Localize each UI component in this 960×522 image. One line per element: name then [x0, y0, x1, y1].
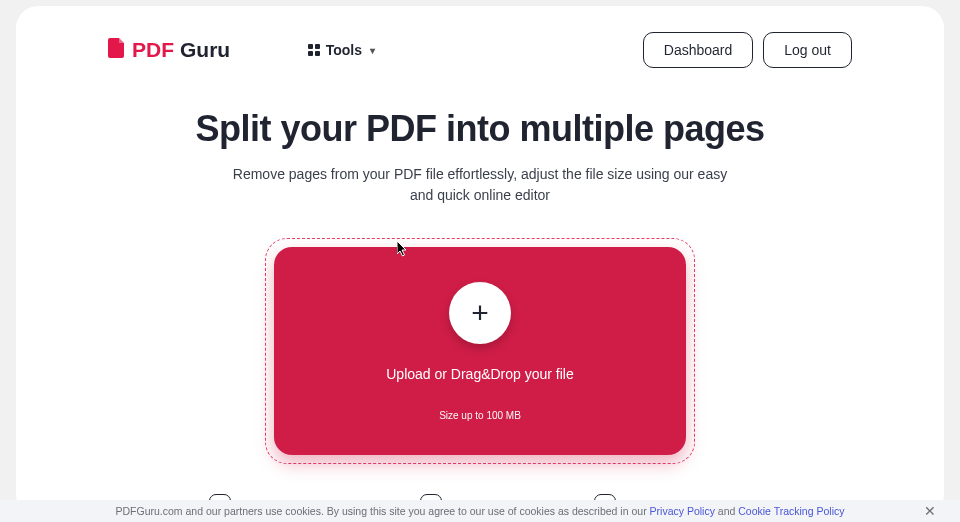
plus-icon: + [449, 282, 511, 344]
header: PDF Guru Tools ▾ Dashboard Log out [16, 6, 944, 68]
upload-dropzone-outline: + Upload or Drag&Drop your file Size up … [265, 238, 695, 464]
dashboard-button[interactable]: Dashboard [643, 32, 754, 68]
upload-label: Upload or Drag&Drop your file [386, 366, 574, 382]
chevron-down-icon: ▾ [370, 45, 375, 56]
file-icon [108, 38, 126, 63]
cookie-and: and [718, 505, 738, 517]
tools-menu[interactable]: Tools ▾ [308, 42, 375, 58]
hero: Split your PDF into multiple pages Remov… [16, 108, 944, 206]
logout-button[interactable]: Log out [763, 32, 852, 68]
cookie-banner: PDFGuru.com and our partners use cookies… [0, 500, 960, 522]
grid-icon [308, 44, 320, 56]
page-title: Split your PDF into multiple pages [16, 108, 944, 150]
cookie-text: PDFGuru.com and our partners use cookies… [116, 505, 650, 517]
upload-size-hint: Size up to 100 MB [439, 410, 521, 421]
close-icon[interactable]: ✕ [924, 503, 936, 519]
cookie-tracking-link[interactable]: Cookie Tracking Policy [738, 505, 844, 517]
tools-label: Tools [326, 42, 362, 58]
privacy-policy-link[interactable]: Privacy Policy [650, 505, 715, 517]
logo-text-pdf: PDF [132, 38, 174, 62]
logo[interactable]: PDF Guru [108, 38, 230, 63]
logo-text-guru: Guru [180, 38, 230, 62]
upload-dropzone[interactable]: + Upload or Drag&Drop your file Size up … [274, 247, 686, 455]
page-subtitle: Remove pages from your PDF file effortle… [220, 164, 740, 206]
